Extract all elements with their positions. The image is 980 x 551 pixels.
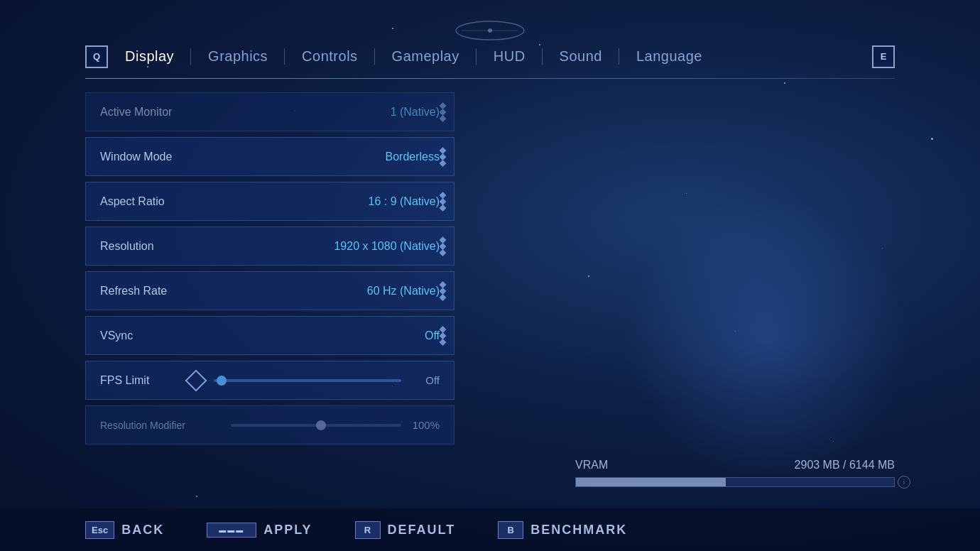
resolution-arrows <box>440 237 445 255</box>
tab-language[interactable]: Language <box>619 43 719 70</box>
vram-section: VRAM 2903 MB / 6144 MB i <box>575 459 895 487</box>
main-content: Q Display Graphics Controls Gameplay HUD… <box>0 0 980 551</box>
tab-sound[interactable]: Sound <box>543 43 619 70</box>
default-key-badge: R <box>355 521 381 539</box>
aspect-ratio-value: 16 : 9 (Native) <box>369 195 440 208</box>
background-glow <box>625 196 909 480</box>
svg-point-2 <box>488 28 492 33</box>
vram-info-icon: i <box>898 476 910 489</box>
fps-limit-thumb[interactable] <box>217 376 227 386</box>
apply-key-badge: ▬▬▬ <box>207 523 256 538</box>
setting-active-monitor[interactable]: Active Monitor 1 (Native) <box>85 92 454 131</box>
resolution-value: 1920 x 1080 (Native) <box>334 240 440 253</box>
vram-label: VRAM <box>575 459 608 471</box>
resolution-modifier-label: Resolution Modifier <box>100 420 221 431</box>
active-monitor-label: Active Monitor <box>100 106 172 119</box>
window-mode-label: Window Mode <box>100 151 172 163</box>
fps-limit-value: Off <box>411 374 440 386</box>
vsync-arrows <box>440 327 445 344</box>
settings-panel: Active Monitor 1 (Native) Window Mode Bo… <box>85 92 454 494</box>
vram-values: 2903 MB / 6144 MB <box>795 459 895 471</box>
setting-vsync[interactable]: VSync Off <box>85 316 454 355</box>
tab-display[interactable]: Display <box>108 43 191 70</box>
tab-graphics[interactable]: Graphics <box>191 43 285 70</box>
nav-right-key[interactable]: E <box>872 45 895 68</box>
benchmark-key-badge: B <box>498 521 523 539</box>
tab-hud[interactable]: HUD <box>477 43 543 70</box>
setting-resolution[interactable]: Resolution 1920 x 1080 (Native) <box>85 227 454 266</box>
resolution-modifier-value: 100% <box>411 419 440 431</box>
tab-gameplay[interactable]: Gameplay <box>375 43 477 70</box>
default-action[interactable]: R DEFAULT <box>355 521 456 539</box>
back-key-badge: Esc <box>85 521 114 539</box>
apply-action[interactable]: ▬▬▬ APPLY <box>207 523 312 538</box>
aspect-ratio-label: Aspect Ratio <box>100 195 165 208</box>
active-monitor-value: 1 (Native) <box>391 106 440 119</box>
aspect-ratio-arrows <box>440 192 445 210</box>
bottom-bar: Esc BACK ▬▬▬ APPLY R DEFAULT B BENCHMARK <box>0 508 980 551</box>
apply-label: APPLY <box>263 523 312 538</box>
refresh-rate-label: Refresh Rate <box>100 285 167 298</box>
nav-bar: Q Display Graphics Controls Gameplay HUD… <box>0 43 980 70</box>
window-mode-value: Borderless <box>386 151 440 163</box>
refresh-rate-arrows <box>440 282 445 300</box>
logo-area <box>447 14 533 46</box>
default-label: DEFAULT <box>388 523 456 538</box>
fps-limit-track[interactable] <box>214 379 401 382</box>
active-monitor-arrows <box>440 103 445 121</box>
resolution-modifier-thumb[interactable] <box>316 420 326 430</box>
resolution-label: Resolution <box>100 240 154 253</box>
vsync-value: Off <box>425 329 440 342</box>
refresh-rate-value: 60 Hz (Native) <box>367 285 440 298</box>
back-action[interactable]: Esc BACK <box>85 521 164 539</box>
back-label: BACK <box>121 523 164 538</box>
fps-limit-diamond <box>185 369 207 391</box>
settings-list: Active Monitor 1 (Native) Window Mode Bo… <box>85 92 454 444</box>
vsync-label: VSync <box>100 329 133 342</box>
nav-left-key[interactable]: Q <box>85 45 108 68</box>
nav-divider <box>85 78 895 79</box>
benchmark-action[interactable]: B BENCHMARK <box>498 521 627 539</box>
tab-controls[interactable]: Controls <box>285 43 374 70</box>
setting-refresh-rate[interactable]: Refresh Rate 60 Hz (Native) <box>85 271 454 310</box>
setting-aspect-ratio[interactable]: Aspect Ratio 16 : 9 (Native) <box>85 182 454 221</box>
setting-resolution-modifier[interactable]: Resolution Modifier 100% <box>85 405 454 444</box>
nav-tabs: Display Graphics Controls Gameplay HUD S… <box>108 43 872 70</box>
vram-header: VRAM 2903 MB / 6144 MB <box>575 459 895 471</box>
fps-limit-label: FPS Limit <box>100 374 178 387</box>
vram-bar-fill <box>576 478 726 486</box>
vram-bar-bg <box>575 477 895 487</box>
window-mode-arrows <box>440 148 445 165</box>
resolution-modifier-track[interactable] <box>231 424 401 427</box>
vram-bar-container: i <box>575 477 895 487</box>
setting-window-mode[interactable]: Window Mode Borderless <box>85 137 454 176</box>
setting-fps-limit[interactable]: FPS Limit Off <box>85 361 454 400</box>
benchmark-label: BENCHMARK <box>530 523 627 538</box>
